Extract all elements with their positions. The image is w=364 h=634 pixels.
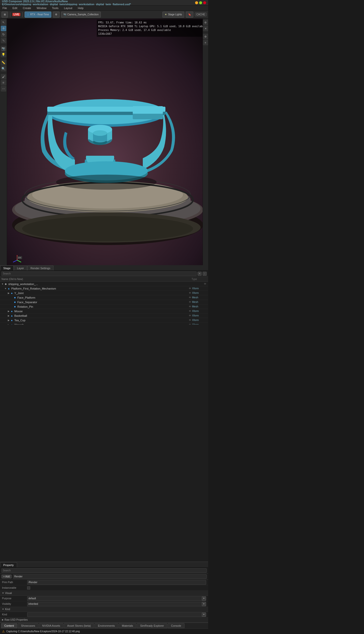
property-instanceable-checkbox[interactable] (27, 586, 30, 589)
tool-camera[interactable]: 📷 (1, 46, 6, 51)
toolbar-grid-button[interactable]: ⊞ (2, 12, 8, 18)
menu-help[interactable]: Help (77, 6, 85, 10)
stage-header-name: Name (Old to New) (2, 278, 192, 281)
property-kind-section[interactable]: ▼ Kind (0, 607, 208, 612)
tree-eye-face-platform[interactable]: 👁 (188, 296, 192, 299)
render-mode-button[interactable]: ⬡ RTX - Real-Time (25, 12, 51, 18)
stage-search-input[interactable] (2, 271, 197, 276)
tree-row-wrench[interactable]: ▶ ▲ Wrench 👁 Xform (0, 323, 208, 325)
tool-light[interactable]: 💡 (1, 52, 6, 57)
tree-row-face-platform[interactable]: ■ Face_Platform 👁 Mesh (0, 295, 208, 300)
tool-rotate[interactable]: ↻ (1, 32, 6, 37)
maximize-button[interactable] (199, 1, 202, 4)
menu-create[interactable]: Create (22, 6, 32, 10)
tab-property[interactable]: Property (0, 562, 17, 567)
tree-row-rotation-pin[interactable]: ■ Rotation_Pin 👁 Mesh (0, 304, 208, 309)
tab-render-settings[interactable]: Render Settings (27, 265, 54, 270)
tree-row-yjoint[interactable]: ▶ ▲ Y_Joint 👁 Xform (0, 291, 208, 295)
tree-row-basketball[interactable]: ▶ ▲ Basketball 👁 Xform (0, 313, 208, 318)
tab-content[interactable]: Content (1, 623, 17, 628)
property-search (0, 568, 208, 574)
viewport[interactable]: FPS: 53.67, Frame time: 18.63 ms NVIDIA … (7, 19, 208, 265)
stage-filter-button[interactable]: ≡ (198, 272, 202, 276)
tree-expand-root[interactable]: ▼ (1, 283, 4, 286)
property-raw-usd-section[interactable]: ▶ Raw USD Properties (0, 617, 208, 622)
tree-row-root[interactable]: ▼ ◆ shipping_workstation_... 👁 (0, 282, 208, 286)
tree-label-platform: Platform_First_Rotation_Mechanism (11, 287, 188, 290)
tree-eye-platform[interactable]: 👁 (188, 287, 192, 290)
tree-expand-teacup[interactable]: ▶ (7, 319, 10, 322)
property-visibility-row: Visibility inherited ▼ (0, 601, 208, 607)
tab-materials[interactable]: Materials (119, 623, 136, 628)
property-visual-section[interactable]: ▼ Visual (0, 591, 208, 596)
property-search-input[interactable] (2, 568, 207, 573)
right-tool-x[interactable]: ✕ (203, 26, 208, 31)
tree-label-wrench: Wrench (14, 323, 188, 325)
bookmark-button[interactable]: 🔖 (186, 12, 193, 18)
property-prim-path-value: /Render (27, 580, 206, 585)
menu-layout[interactable]: Layout (63, 6, 73, 10)
tool-misc[interactable]: ⋯ (1, 86, 6, 92)
tool-analyze[interactable]: 🔍 (1, 66, 6, 71)
tree-expand-platform[interactable]: ▼ (4, 287, 7, 290)
close-button[interactable] (203, 1, 206, 4)
render-mode-icon-button[interactable]: ⚙ (53, 12, 60, 18)
tree-label-basketball: Basketball (14, 314, 188, 317)
tree-row-platform[interactable]: ▼ ▲ Platform_First_Rotation_Mechanism 👁 … (0, 286, 208, 291)
tree-expand-wrench[interactable]: ▶ (7, 323, 10, 325)
camera-button[interactable]: 📷 Camera_Sample_Collection (61, 12, 101, 18)
purpose-dropdown[interactable]: ▼ (202, 597, 206, 601)
tree-label-rotation-pin: Rotation_Pin (17, 305, 188, 308)
tab-console[interactable]: Console (168, 623, 184, 628)
menu-window[interactable]: Window (36, 6, 48, 10)
svg-rect-24 (133, 106, 163, 114)
menu-file[interactable]: File (2, 6, 8, 10)
tool-scale[interactable]: ⤡ (1, 38, 6, 43)
property-add-button[interactable]: + Add (2, 575, 12, 578)
tree-row-face-separator[interactable]: ■ Face_Separator 👁 Mesh (0, 300, 208, 304)
tool-move[interactable]: ✛ (1, 26, 6, 31)
tab-layer[interactable]: Layer (14, 265, 27, 270)
kind-dropdown[interactable]: ▼ (202, 613, 206, 617)
tab-showcases[interactable]: Showcases (18, 623, 38, 628)
stage-search-bar: ≡ ⋮ (0, 271, 208, 277)
menu-edit[interactable]: Edit (12, 6, 18, 10)
tree-expand-basketball[interactable]: ▶ (7, 314, 10, 317)
toolbar-separator-1 (10, 12, 10, 17)
minimize-button[interactable] (195, 1, 198, 4)
tab-asset-stores[interactable]: Asset Stores (beta) (64, 623, 94, 628)
tab-environments[interactable]: Environments (95, 623, 118, 628)
tab-stage[interactable]: Stage (0, 265, 14, 270)
tree-eye-teacup[interactable]: 👁 (188, 319, 192, 322)
tree-eye-basketball[interactable]: 👁 (188, 314, 192, 317)
tree-eye-wrench[interactable]: 👁 (188, 323, 192, 325)
menu-tools[interactable]: Tools (51, 6, 60, 10)
right-tool-settings[interactable]: ⚙ (203, 20, 208, 25)
right-tool-1[interactable]: ⚙ (203, 34, 208, 39)
tool-measure[interactable]: 📏 (1, 60, 6, 65)
tree-expand-yjoint[interactable]: ▶ (7, 292, 10, 295)
tool-paint[interactable]: 🖌 (1, 74, 6, 80)
stage-lights-button[interactable]: ☀ Stage Lights (162, 12, 184, 18)
tab-nvidia-assets[interactable]: NVIDIA Assets (39, 623, 64, 628)
tree-eye-face-separator[interactable]: 👁 (188, 301, 192, 303)
right-tool-2[interactable]: ≡ (203, 40, 208, 45)
tree-eye-root[interactable]: 👁 (203, 283, 207, 285)
tree-eye-mouse[interactable]: 👁 (188, 310, 192, 312)
app-name: USD Composer 2023.2.5 | file://C:/Users/… (2, 0, 195, 6)
tool-select[interactable]: ↖ (1, 20, 6, 25)
tree-row-teacup[interactable]: ▶ ▲ Tea_Cup 👁 Xform (0, 318, 208, 323)
live-badge: LIVE (12, 13, 20, 16)
stage-options-button[interactable]: ⋮ (203, 272, 207, 276)
tree-type-basketball: Xform (192, 314, 207, 317)
tool-physics[interactable]: ⚛ (1, 80, 6, 86)
visibility-dropdown[interactable]: ▼ (202, 602, 206, 606)
tab-simready[interactable]: SimReady Explorer (137, 623, 167, 628)
tree-eye-yjoint[interactable]: 👁 (188, 292, 192, 294)
property-panel: Property + Add Render Prim Path /Render … (0, 562, 208, 622)
property-instanceable-row: Instanceable (0, 585, 208, 591)
tree-expand-mouse[interactable]: ▶ (7, 310, 10, 313)
tree-row-mouse[interactable]: ▶ ▲ Mouse 👁 Xform (0, 309, 208, 313)
tree-eye-rotation-pin[interactable]: 👁 (188, 305, 192, 308)
tree-icon-teacup: ▲ (10, 319, 14, 322)
